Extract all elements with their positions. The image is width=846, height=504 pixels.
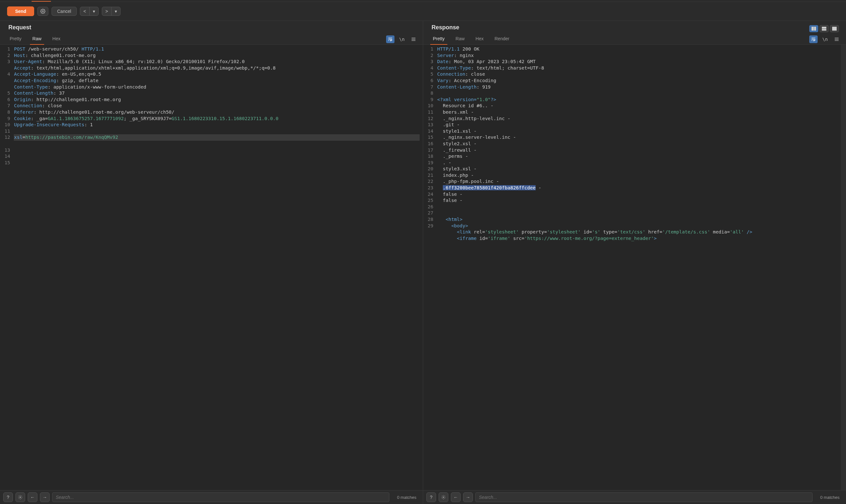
cancel-button[interactable]: Cancel (52, 7, 77, 16)
tab-hex[interactable]: Hex (474, 34, 485, 44)
action-toolbar: Send Cancel < ▾ > ▾ (0, 2, 846, 21)
request-search-input[interactable] (52, 492, 389, 502)
columns-icon (812, 27, 816, 31)
search-next-button[interactable]: → (463, 492, 473, 502)
request-tabs: PrettyRawHex (8, 34, 62, 44)
gear-icon (18, 495, 22, 500)
wrap-icon (811, 37, 816, 41)
chevron-left-icon[interactable]: < (80, 7, 90, 16)
request-title: Request (8, 24, 31, 31)
request-panel: Request PrettyRawHex \n 1234567891011121… (0, 21, 423, 504)
response-panel: Response PrettyRawHexRender \n (423, 21, 846, 504)
help-button[interactable]: ? (3, 492, 13, 502)
top-tab-strip (0, 0, 846, 2)
request-footer: ? ← → 0 matches (0, 490, 423, 504)
arrow-left-icon: ← (30, 495, 35, 500)
tab-pretty[interactable]: Pretty (432, 34, 446, 44)
response-code[interactable]: HTTP/1.1 200 OKServer: nginxDate: Mon, 0… (436, 45, 841, 490)
next-button-group[interactable]: > ▾ (102, 7, 121, 16)
next-dropdown[interactable]: ▾ (111, 7, 120, 16)
search-prev-button[interactable]: ← (451, 492, 461, 502)
response-tabs: PrettyRawHexRender (432, 34, 511, 44)
request-settings-button[interactable] (16, 492, 25, 502)
search-prev-button[interactable]: ← (28, 492, 37, 502)
editor-menu-button[interactable] (409, 35, 418, 43)
tab-render[interactable]: Render (494, 34, 511, 44)
tab-raw[interactable]: Raw (31, 34, 43, 44)
single-icon (832, 27, 837, 31)
arrow-right-icon: → (466, 495, 470, 500)
wrap-icon (388, 37, 393, 41)
wrap-toggle-button[interactable] (386, 35, 395, 43)
response-search-input[interactable] (476, 492, 812, 502)
hamburger-icon (411, 37, 416, 41)
gear-icon (441, 495, 446, 500)
svg-point-0 (42, 11, 44, 12)
request-editor[interactable]: 123456789101112131415 POST /web-serveur/… (0, 45, 423, 490)
svg-point-1 (20, 497, 21, 498)
request-matches: 0 matches (392, 495, 420, 500)
search-next-button[interactable]: → (40, 492, 50, 502)
layout-columns-button[interactable] (809, 25, 818, 32)
request-code[interactable]: POST /web-serveur/ch50/ HTTP/1.1Host: ch… (13, 45, 423, 490)
response-matches: 0 matches (815, 495, 843, 500)
response-footer: ? ← → 0 matches (423, 490, 846, 504)
hamburger-icon (834, 37, 839, 41)
svg-point-2 (443, 497, 444, 498)
request-search (52, 492, 389, 502)
arrow-left-icon: ← (453, 495, 458, 500)
show-nonprint-button[interactable]: \n (821, 35, 829, 43)
tab-hex[interactable]: Hex (51, 34, 62, 44)
response-title: Response (432, 24, 459, 31)
help-button[interactable]: ? (426, 492, 436, 502)
response-editor[interactable]: 1234567891011121314151617181920212223242… (423, 45, 846, 490)
response-scrollbar[interactable] (841, 45, 846, 490)
newline-icon: \n (399, 37, 405, 42)
tab-raw[interactable]: Raw (454, 34, 466, 44)
prev-button-group[interactable]: < ▾ (80, 7, 99, 16)
request-gutter: 123456789101112131415 (0, 45, 13, 490)
arrow-right-icon: → (42, 495, 47, 500)
gear-icon (40, 9, 46, 14)
response-settings-button[interactable] (438, 492, 448, 502)
rows-icon (822, 27, 826, 31)
active-tab-indicator (32, 1, 51, 2)
wrap-toggle-button[interactable] (809, 35, 818, 43)
layout-single-button[interactable] (830, 25, 839, 32)
layout-toggle-group (809, 25, 839, 32)
show-nonprint-button[interactable]: \n (398, 35, 406, 43)
editor-menu-button[interactable] (832, 35, 841, 43)
newline-icon: \n (823, 37, 828, 42)
response-search (476, 492, 812, 502)
settings-button[interactable] (37, 7, 48, 16)
help-icon: ? (7, 495, 9, 500)
help-icon: ? (430, 495, 432, 500)
layout-rows-button[interactable] (819, 25, 829, 32)
chevron-right-icon[interactable]: > (102, 7, 111, 16)
send-button[interactable]: Send (7, 6, 34, 16)
response-gutter: 1234567891011121314151617181920212223242… (423, 45, 436, 490)
tab-pretty[interactable]: Pretty (8, 34, 23, 44)
prev-dropdown[interactable]: ▾ (90, 7, 98, 16)
